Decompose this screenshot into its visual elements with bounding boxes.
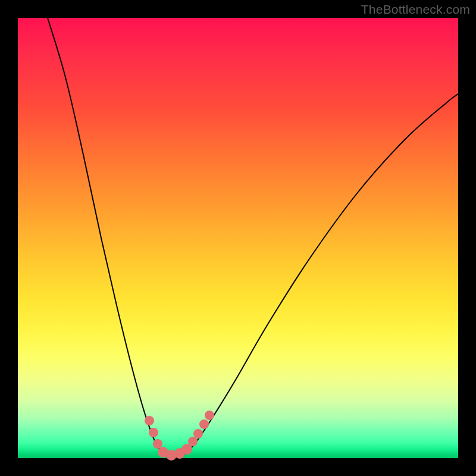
marker-dot — [181, 444, 192, 455]
plot-area — [18, 18, 458, 458]
curve-right-branch — [174, 94, 458, 458]
marker-dot — [153, 439, 162, 449]
marker-dot — [145, 416, 154, 425]
chart-frame: TheBottleneck.com — [0, 0, 476, 476]
watermark-text: TheBottleneck.com — [361, 2, 470, 17]
marker-dot — [149, 428, 158, 437]
marker-dot — [205, 411, 214, 420]
marker-dot — [193, 429, 203, 439]
curve-svg — [18, 18, 458, 458]
curve-left-branch — [48, 18, 174, 458]
marker-dot — [199, 419, 209, 429]
